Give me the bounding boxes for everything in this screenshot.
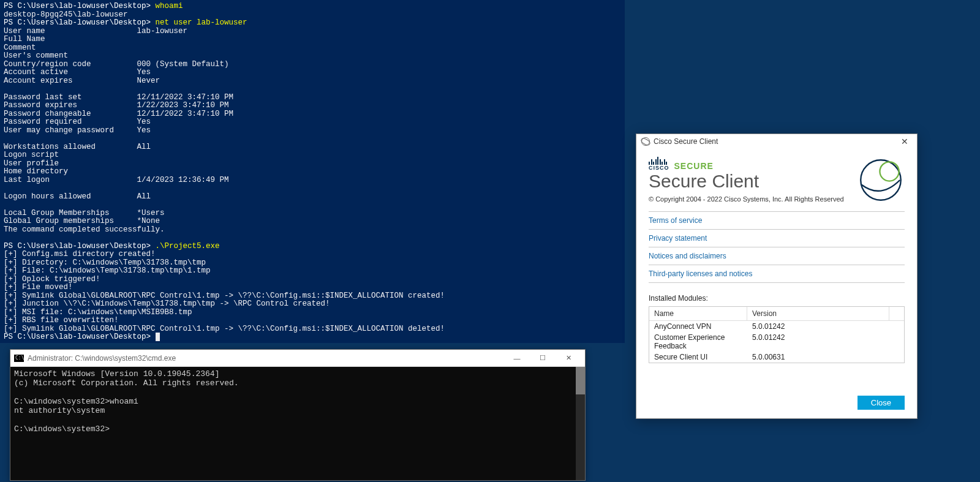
ps-prompt: PS C:\Users\lab-lowuser\Desktop> — [4, 2, 151, 10]
cisco-globe-large-icon — [857, 156, 905, 204]
cisco-brand-small: CISCO — [649, 165, 669, 171]
cmd-body[interactable]: Microsoft Windows [Version 10.0.19045.23… — [10, 367, 585, 480]
close-button[interactable]: Close — [858, 396, 905, 410]
cmd-scroll-thumb[interactable] — [576, 367, 585, 394]
table-row[interactable]: Secure Client UI 5.0.00631 — [649, 352, 904, 363]
ps-prompt: PS C:\Users\lab-lowuser\Desktop> — [4, 18, 151, 27]
cisco-titlebar[interactable]: Cisco Secure Client ✕ — [636, 134, 917, 149]
ps-prompt: PS C:\Users\lab-lowuser\Desktop> — [4, 333, 151, 341]
close-button[interactable]: ✕ — [556, 350, 581, 367]
col-version[interactable]: Version — [747, 307, 889, 321]
cmd-title: Administrator: C:\windows\system32\cmd.e… — [28, 354, 504, 363]
table-row[interactable]: Customer Experience Feedback 5.0.01242 — [649, 332, 904, 352]
cisco-globe-icon — [641, 137, 650, 146]
ps-output-line: desktop-8pgq245\lab-lowuser — [4, 10, 128, 19]
close-icon[interactable]: ✕ — [897, 137, 912, 146]
cisco-secure-word: SECURE — [674, 161, 714, 171]
ps-done: The command completed successfully. — [4, 225, 165, 234]
cisco-logo: CISCO SECURE — [649, 156, 857, 171]
cisco-about-dialog: Cisco Secure Client ✕ CISCO SECURE Secur… — [636, 134, 918, 419]
ps-cursor — [156, 333, 160, 341]
svg-point-1 — [880, 162, 899, 181]
minimize-button[interactable]: — — [504, 350, 530, 367]
cisco-product-name: Secure Client — [649, 171, 857, 192]
ps-cmd-netuser: net user lab-lowuser — [156, 18, 247, 27]
col-spacer — [889, 307, 904, 321]
cisco-links: Terms of service Privacy statement Notic… — [636, 209, 917, 289]
col-name[interactable]: Name — [649, 307, 747, 321]
ps-cmd-whoami: whoami — [156, 2, 183, 10]
cmd-icon: C:\ — [14, 355, 24, 362]
ps-prompt: PS C:\Users\lab-lowuser\Desktop> — [4, 242, 151, 250]
cisco-bars-icon — [649, 156, 669, 165]
installed-modules-label: Installed Modules: — [649, 294, 905, 303]
ps-cmd-exploit: .\Project5.exe — [156, 242, 220, 250]
cisco-window-title: Cisco Secure Client — [654, 137, 897, 146]
link-privacy-statement[interactable]: Privacy statement — [649, 229, 905, 247]
cmd-scrollbar[interactable] — [576, 367, 585, 480]
ps-exploit-output: [+] Config.msi directory created! [+] Di… — [4, 250, 445, 333]
cisco-copyright: © Copyright 2004 - 2022 Cisco Systems, I… — [649, 195, 857, 203]
cmd-window: C:\ Administrator: C:\windows\system32\c… — [10, 349, 586, 481]
cmd-titlebar[interactable]: C:\ Administrator: C:\windows\system32\c… — [10, 350, 585, 367]
link-notices-disclaimers[interactable]: Notices and disclaimers — [649, 247, 905, 265]
table-header: Name Version — [649, 307, 904, 321]
ps-netuser-output: User name lab-lowuser Full Name Comment … — [4, 27, 233, 226]
powershell-terminal[interactable]: PS C:\Users\lab-lowuser\Desktop> whoami … — [0, 0, 625, 343]
link-terms-of-service[interactable]: Terms of service — [649, 211, 905, 229]
modules-table: Name Version AnyConnect VPN 5.0.01242 Cu… — [649, 306, 905, 363]
maximize-button[interactable]: ☐ — [530, 350, 556, 367]
link-third-party-licenses[interactable]: Third-party licenses and notices — [649, 265, 905, 283]
table-row[interactable]: AnyConnect VPN 5.0.01242 — [649, 321, 904, 332]
